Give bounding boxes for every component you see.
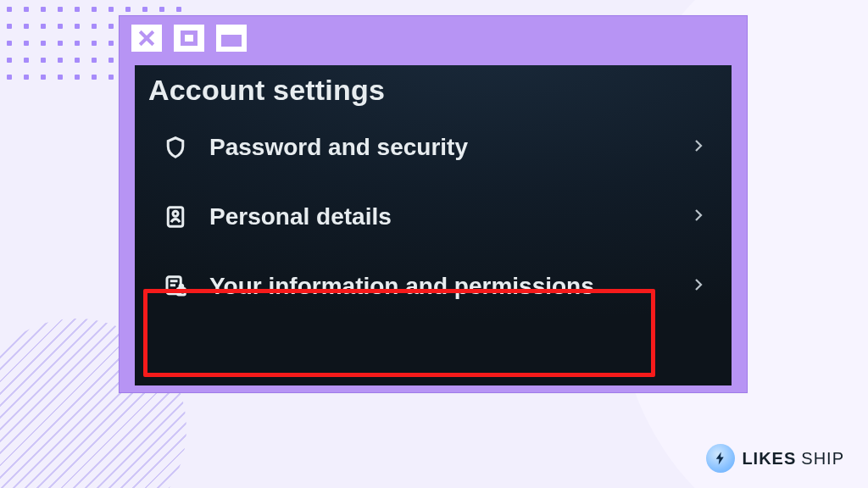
minimize-icon[interactable] [216, 25, 247, 52]
svg-point-1 [173, 211, 178, 216]
doc-lock-icon [160, 271, 191, 302]
titlebar [120, 16, 747, 60]
item-label: Your information and permissions [209, 272, 594, 301]
shield-icon [160, 132, 191, 163]
settings-panel: Account settings Password and security P… [135, 65, 732, 385]
brand-logo: LIKES SHIP [706, 444, 844, 473]
chevron-right-icon [691, 273, 706, 300]
window-frame: Account settings Password and security P… [119, 15, 748, 393]
brand-text-2: SHIP [801, 449, 844, 469]
chevron-right-icon [691, 134, 706, 161]
brand-bolt-icon [706, 444, 735, 473]
item-label: Password and security [209, 133, 468, 162]
brand-text-1: LIKES [742, 449, 796, 469]
maximize-icon[interactable] [174, 25, 204, 52]
page-title: Account settings [148, 74, 721, 107]
item-info-permissions[interactable]: Your information and permissions [145, 256, 721, 317]
item-label: Personal details [209, 202, 392, 231]
item-password-security[interactable]: Password and security [145, 117, 721, 178]
id-card-icon [160, 202, 191, 232]
close-icon[interactable] [131, 25, 162, 52]
item-personal-details[interactable]: Personal details [145, 186, 721, 247]
settings-list: Password and security Personal details [145, 117, 721, 317]
chevron-right-icon [691, 203, 706, 230]
